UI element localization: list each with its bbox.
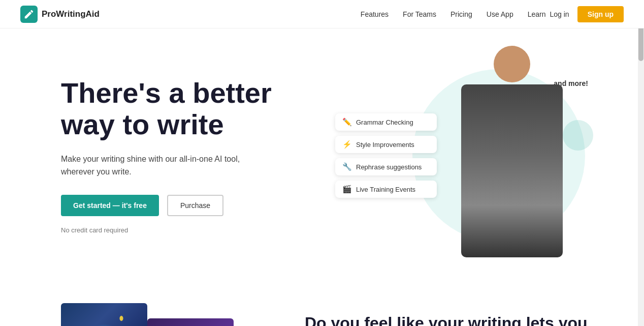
- grammar-label: Grammar Checking: [356, 118, 413, 126]
- feature-card-rephrase: 🔧 Rephrase suggestions: [335, 158, 437, 175]
- purple-card-image: [147, 318, 234, 326]
- rephrase-icon: 🔧: [342, 162, 352, 171]
- purchase-button[interactable]: Purchase: [167, 195, 223, 216]
- training-label: Live Training Events: [356, 186, 415, 193]
- grammar-icon: ✏️: [342, 117, 352, 127]
- feature-card-grammar: ✏️ Grammar Checking: [335, 113, 437, 131]
- style-icon: ⚡: [342, 140, 352, 149]
- person-head: [494, 46, 530, 82]
- hero-title: There's a better way to write: [61, 77, 325, 140]
- navbar: ProWritingAid Features For Teams Pricing…: [0, 0, 644, 28]
- section2-title: Do you feel like your writing lets you d…: [305, 313, 603, 326]
- image-wrap: My idea in my head: [61, 303, 234, 326]
- hero-buttons: Get started — it's free Purchase: [61, 195, 325, 216]
- starry-night-image: [61, 303, 147, 326]
- logo-svg: [23, 9, 35, 20]
- no-credit-card-note: No credit card required: [61, 226, 325, 234]
- nav-links: Features For Teams Pricing Use App Learn: [361, 10, 546, 18]
- nav-learn[interactable]: Learn: [528, 10, 546, 18]
- section2: My idea in my head Do you feel like your…: [0, 283, 644, 326]
- accent-circle: [563, 120, 593, 151]
- style-label: Style Improvements: [356, 141, 414, 149]
- page-scrollbar[interactable]: [638, 0, 644, 326]
- nav-features[interactable]: Features: [361, 10, 389, 18]
- hero-person-image: [461, 64, 563, 237]
- logo-link[interactable]: ProWritingAid: [20, 6, 100, 23]
- person-body: [461, 84, 563, 257]
- hero-section: There's a better way to write Make your …: [0, 28, 644, 283]
- get-started-button[interactable]: Get started — it's free: [61, 195, 159, 216]
- login-link[interactable]: Log in: [550, 10, 569, 18]
- feature-card-style: ⚡ Style Improvements: [335, 136, 437, 153]
- logo-text: ProWritingAid: [42, 9, 100, 19]
- nav-for-teams[interactable]: For Teams: [403, 10, 436, 18]
- hero-content: There's a better way to write Make your …: [61, 77, 325, 233]
- feature-card-training: 🎬 Live Training Events: [335, 181, 437, 198]
- section2-image-area: My idea in my head: [61, 303, 274, 326]
- section2-text: Do you feel like your writing lets you d…: [305, 303, 603, 326]
- nav-pricing[interactable]: Pricing: [450, 10, 472, 18]
- nav-use-app[interactable]: Use App: [487, 10, 513, 18]
- hero-illustration: ...and more! + ✏️ Grammar Checking ⚡ Sty…: [325, 59, 603, 252]
- hero-subtitle: Make your writing shine with our all-in-…: [61, 153, 274, 179]
- feature-cards-list: ✏️ Grammar Checking ⚡ Style Improvements…: [335, 113, 437, 198]
- rephrase-label: Rephrase suggestions: [356, 163, 422, 171]
- signup-button[interactable]: Sign up: [577, 6, 624, 22]
- training-icon: 🎬: [342, 185, 352, 194]
- logo-icon: [20, 6, 38, 23]
